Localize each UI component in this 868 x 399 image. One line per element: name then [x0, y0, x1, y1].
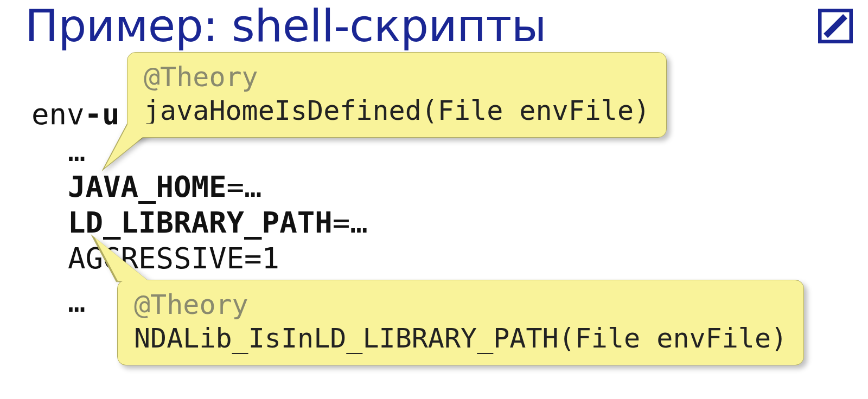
- ld-path-assign: =…: [333, 205, 368, 240]
- callout-bottom-text: NDALib_IsInLD_LIBRARY_PATH(File envFile): [134, 321, 787, 355]
- callout-top: @Theory javaHomeIsDefined(File envFile): [127, 52, 667, 138]
- code-line-env: env-u: [31, 96, 120, 132]
- code-line-java-home: JAVA_HOME=…: [68, 169, 262, 205]
- env-flag: -u: [85, 97, 120, 131]
- svg-line-1: [826, 16, 845, 36]
- java-home-assign: =…: [227, 170, 262, 204]
- callout-top-annotation: @Theory: [144, 60, 650, 94]
- callout-top-text: javaHomeIsDefined(File envFile): [144, 94, 650, 127]
- callout-bottom-annotation: @Theory: [134, 288, 787, 321]
- slide-title: Пример: shell-скрипты: [25, 0, 546, 52]
- java-home-var: JAVA_HOME: [68, 170, 227, 204]
- code-line-dots-1: …: [68, 133, 86, 169]
- env-text: env: [31, 97, 85, 131]
- deutsche-bank-logo-icon: [818, 9, 853, 43]
- code-line-dots-2: …: [68, 284, 86, 320]
- callout-bottom: @Theory NDALib_IsInLD_LIBRARY_PATH(File …: [117, 280, 804, 365]
